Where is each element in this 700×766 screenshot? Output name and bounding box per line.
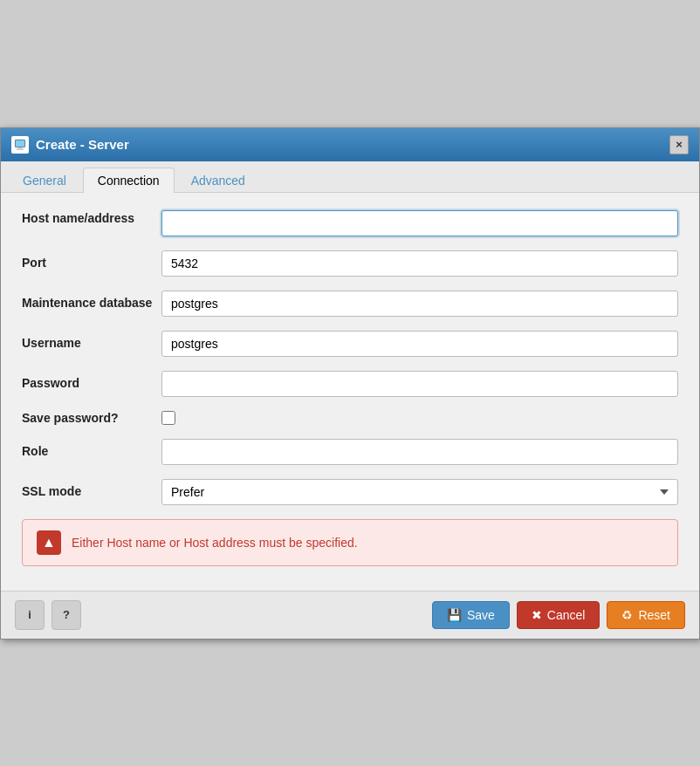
username-input[interactable]: [161, 331, 678, 357]
footer: i ? 💾 Save ✖ Cancel ♻ Reset: [1, 591, 699, 639]
help-button[interactable]: ?: [51, 600, 81, 630]
window-title: Create - Server: [36, 137, 129, 152]
cancel-button[interactable]: ✖ Cancel: [517, 601, 600, 629]
ssl-mode-select[interactable]: Allow Disable Prefer Require Verify-CA V…: [161, 479, 678, 505]
reset-button[interactable]: ♻ Reset: [607, 601, 685, 629]
window-icon: [11, 136, 29, 154]
host-label: Host name/address: [22, 210, 161, 226]
title-bar: Create - Server ×: [1, 128, 699, 161]
save-button[interactable]: 💾 Save: [432, 601, 510, 629]
maintenance-db-row: Maintenance database: [22, 291, 678, 317]
port-label: Port: [22, 255, 161, 270]
cancel-label: Cancel: [547, 608, 586, 622]
port-field: [161, 250, 678, 277]
error-icon: ▲: [37, 530, 61, 555]
create-server-window: Create - Server × General Connection Adv…: [0, 127, 700, 639]
reset-icon: ♻: [621, 608, 633, 622]
reset-label: Reset: [638, 608, 670, 622]
svg-rect-3: [16, 140, 24, 147]
close-button[interactable]: ×: [669, 135, 689, 154]
username-label: Username: [22, 335, 161, 351]
role-input[interactable]: [161, 439, 678, 465]
tab-connection[interactable]: Connection: [83, 168, 175, 193]
info-button[interactable]: i: [15, 600, 45, 630]
role-label: Role: [22, 443, 161, 459]
save-password-field: [161, 411, 175, 425]
title-bar-left: Create - Server: [11, 136, 129, 154]
save-icon: 💾: [447, 608, 462, 622]
username-row: Username: [22, 331, 678, 357]
ssl-mode-row: SSL mode Allow Disable Prefer Require Ve…: [22, 479, 678, 505]
form-content: Host name/address Port Maintenance datab…: [1, 193, 699, 591]
tab-bar: General Connection Advanced: [1, 161, 699, 193]
svg-rect-2: [18, 147, 22, 148]
role-field: [161, 439, 678, 465]
maintenance-db-field: [161, 291, 678, 317]
host-field: [161, 210, 678, 236]
cancel-icon: ✖: [532, 608, 542, 622]
tab-advanced[interactable]: Advanced: [176, 168, 260, 193]
host-input[interactable]: [161, 210, 678, 236]
password-input[interactable]: [161, 371, 678, 397]
svg-rect-1: [17, 148, 24, 150]
maintenance-db-label: Maintenance database: [22, 295, 161, 311]
port-row: Port: [22, 250, 678, 277]
save-password-row: Save password?: [22, 411, 678, 425]
footer-left: i ?: [15, 600, 81, 630]
save-password-label: Save password?: [22, 411, 161, 425]
username-field: [161, 331, 678, 357]
ssl-mode-label: SSL mode: [22, 483, 161, 499]
maintenance-db-input[interactable]: [161, 291, 678, 317]
port-input[interactable]: [161, 250, 678, 277]
password-field: [161, 371, 678, 397]
password-label: Password: [22, 375, 161, 391]
error-message: Either Host name or Host address must be…: [72, 536, 358, 550]
error-banner: ▲ Either Host name or Host address must …: [22, 519, 678, 566]
footer-right: 💾 Save ✖ Cancel ♻ Reset: [432, 601, 685, 629]
role-row: Role: [22, 439, 678, 465]
tab-general[interactable]: General: [8, 168, 81, 193]
save-label: Save: [467, 608, 495, 622]
host-row: Host name/address: [22, 210, 678, 236]
password-row: Password: [22, 371, 678, 397]
ssl-mode-field: Allow Disable Prefer Require Verify-CA V…: [161, 479, 678, 505]
save-password-checkbox[interactable]: [161, 411, 175, 425]
